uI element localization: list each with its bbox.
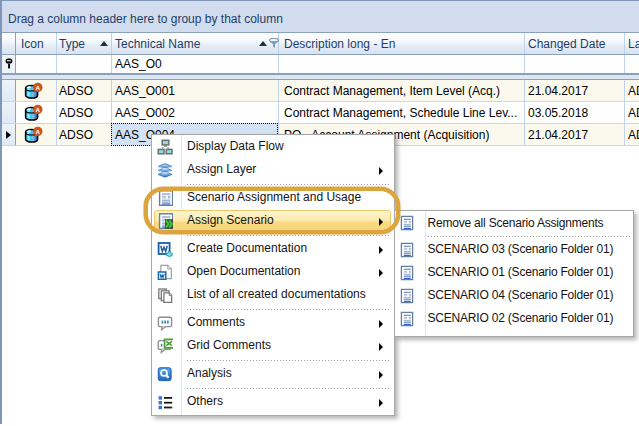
svg-text:A: A (36, 84, 41, 91)
svg-text:A: A (36, 128, 41, 135)
svg-text:A: A (36, 106, 41, 113)
